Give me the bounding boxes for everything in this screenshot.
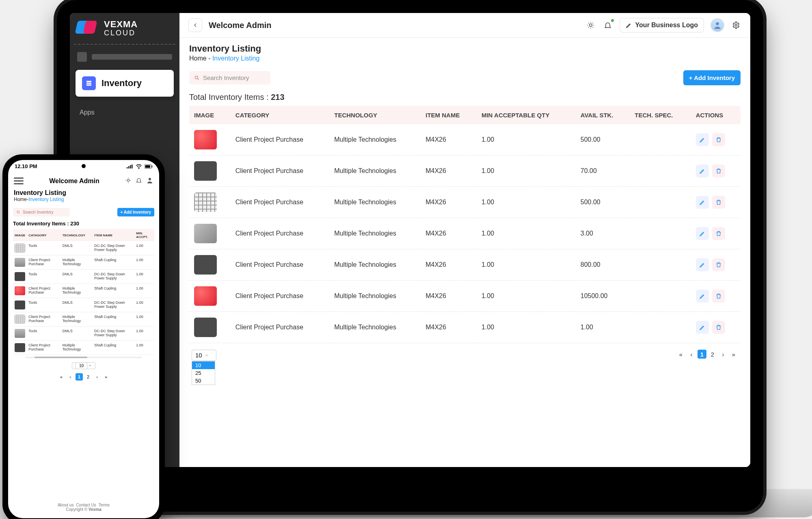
edit-button[interactable] (696, 227, 709, 240)
phone-pager-page-2[interactable]: 2 (84, 373, 92, 381)
column-header[interactable]: TECH. SPEC. (630, 106, 691, 124)
phone-breadcrumb-current[interactable]: Inventory Listing (28, 197, 64, 202)
cell-min-qty: 1.00 (477, 312, 576, 343)
page-size-menu[interactable]: 102550 (192, 361, 215, 385)
topbar-welcome: Welcome Admin (209, 21, 271, 30)
cell-min-qty: 1.00 (477, 281, 576, 312)
table-row: Client Project PurchaseMultiple Technolo… (189, 156, 741, 187)
breadcrumb-current[interactable]: Inventory Listing (212, 55, 260, 62)
phone-page-size[interactable]: 10 (13, 362, 154, 369)
edit-button[interactable] (696, 196, 709, 209)
footer-link[interactable]: Terms (99, 503, 110, 507)
footer-link[interactable]: About us (58, 503, 73, 507)
theme-toggle-icon[interactable] (585, 20, 596, 30)
footer-link[interactable]: Contact Us (76, 503, 96, 507)
delete-button[interactable] (712, 290, 725, 303)
back-button[interactable] (188, 18, 202, 32)
cell-tech-spec (630, 249, 691, 281)
cell-technology: DMLS (61, 241, 93, 255)
item-thumbnail (15, 343, 25, 352)
column-header[interactable]: ITEM NAME (93, 229, 134, 241)
sidebar-item-inventory[interactable]: Inventory (76, 70, 174, 97)
delete-button[interactable] (712, 227, 725, 240)
column-header[interactable]: CATAGORY (27, 229, 60, 241)
cell-item-name: DC-DC Step Down Power Supply (93, 298, 134, 312)
table-row: Client Project PurchaseMultiple Technolo… (189, 218, 741, 249)
column-header[interactable]: TECHNOLOGY (329, 106, 421, 124)
page-size-option[interactable]: 10 (192, 361, 215, 369)
phone-pager-first[interactable]: « (58, 373, 65, 381)
pager-last[interactable]: » (729, 350, 738, 359)
phone-pagination: « ‹ 1 2 › » (13, 373, 154, 381)
cell-min-accpt: 1.00 (134, 327, 154, 341)
column-header[interactable]: IMAGE (13, 229, 27, 241)
column-header[interactable]: TECHNOLOGY (61, 229, 93, 241)
cell-min-accpt: 1.00 (134, 255, 154, 270)
item-thumbnail (194, 192, 217, 212)
edit-button[interactable] (696, 290, 709, 303)
phone-content: Search Inventory + Add Inventory Total I… (8, 204, 159, 500)
wifi-icon (136, 164, 142, 169)
edit-button[interactable] (696, 133, 709, 146)
page-size-option[interactable]: 25 (192, 369, 215, 377)
sidebar-skeleton (70, 52, 179, 62)
item-thumbnail (194, 286, 217, 306)
delete-button[interactable] (712, 196, 725, 209)
pager-next[interactable]: › (719, 350, 728, 359)
pager-page-1[interactable]: 1 (698, 350, 706, 359)
table-row: Client Project PurchaseMultiple Technolo… (189, 281, 741, 312)
edit-button[interactable] (696, 258, 709, 271)
cell-min-accpt: 1.00 (134, 270, 154, 284)
phone-theme-icon[interactable] (125, 177, 132, 185)
delete-button[interactable] (712, 164, 725, 177)
column-header[interactable]: MIN ACCEPTABLE QTY (477, 106, 576, 124)
pager-prev[interactable]: ‹ (687, 350, 696, 359)
svg-point-8 (138, 168, 139, 169)
search-input[interactable]: Search Inventory (189, 71, 270, 84)
phone-table-scroll[interactable]: IMAGECATAGORYTECHNOLOGYITEM NAMEMIN. ACC… (13, 229, 154, 355)
phone-horizontal-scrollbar[interactable] (25, 357, 142, 358)
cell-item-name: DC-DC Step Down Power Supply (93, 327, 134, 341)
pager-first[interactable]: « (676, 350, 685, 359)
column-header[interactable]: AVAIL STK. (576, 106, 630, 124)
svg-rect-7 (132, 164, 132, 169)
phone-pager-page-1[interactable]: 1 (76, 373, 83, 381)
item-thumbnail (194, 130, 217, 149)
pager-page-2[interactable]: 2 (708, 350, 717, 359)
phone-pager-next[interactable]: › (93, 373, 101, 381)
breadcrumb-home[interactable]: Home (189, 55, 207, 62)
cell-technology: Multiple Technology (61, 312, 93, 327)
edit-button[interactable] (696, 321, 709, 334)
notifications-icon[interactable] (603, 20, 613, 30)
settings-icon[interactable] (731, 20, 741, 30)
svg-rect-6 (130, 165, 131, 168)
business-logo-button[interactable]: Your Business Logo (620, 18, 704, 32)
table-row: ToolsDMLSDC-DC Step Down Power Supply1.0… (13, 270, 154, 284)
column-header[interactable]: ACTIONS (691, 106, 741, 124)
phone-pager-prev[interactable]: ‹ (67, 373, 74, 381)
delete-button[interactable] (712, 258, 725, 271)
user-avatar[interactable] (710, 18, 724, 32)
phone-pager-last[interactable]: » (102, 373, 110, 381)
edit-button[interactable] (696, 164, 709, 177)
page-size-option[interactable]: 50 (192, 377, 215, 385)
column-header[interactable]: CATEGORY (231, 106, 329, 124)
sidebar-section-apps[interactable]: Apps (70, 97, 179, 128)
phone-breadcrumb-home[interactable]: Home (14, 197, 27, 202)
phone-search-input[interactable]: Search Inventory (13, 208, 70, 216)
add-inventory-button[interactable]: + Add Inventory (683, 70, 741, 85)
item-thumbnail (15, 258, 25, 267)
cell-technology: Multiple Technologies (329, 281, 421, 312)
phone-user-icon[interactable] (146, 177, 153, 185)
menu-icon[interactable] (14, 177, 24, 184)
phone-notifications-icon[interactable] (136, 177, 142, 185)
delete-button[interactable] (712, 133, 725, 146)
page-size-select[interactable]: 10 102550 (192, 350, 216, 361)
delete-button[interactable] (712, 321, 725, 334)
column-header[interactable]: IMAGE (189, 106, 231, 124)
cell-category: Tools (27, 298, 60, 312)
column-header[interactable]: ITEM NAME (421, 106, 477, 124)
laptop-screen: VEXMA CLOUD Inventory Apps (70, 13, 750, 467)
phone-add-inventory-button[interactable]: + Add Inventory (117, 208, 154, 216)
column-header[interactable]: MIN. ACCPT. (134, 229, 154, 241)
